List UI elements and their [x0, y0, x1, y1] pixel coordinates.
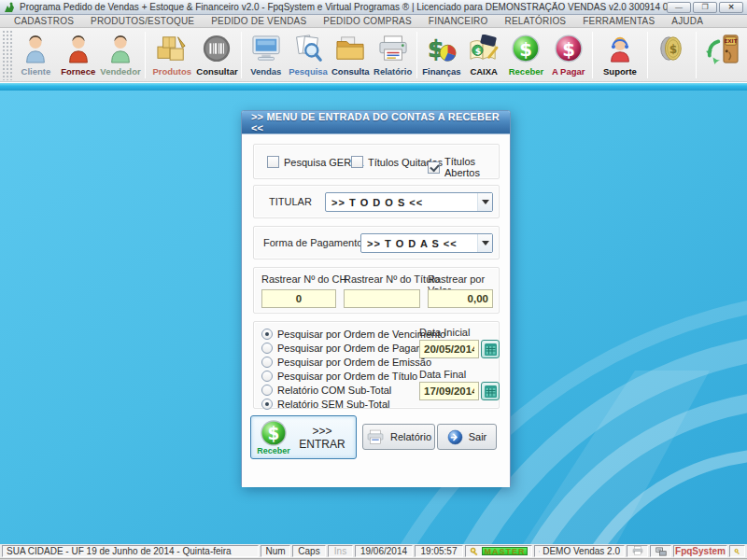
- client-person-icon: [21, 32, 49, 65]
- restore-button[interactable]: ❐: [693, 2, 717, 13]
- data-final-label: Data Final: [419, 369, 466, 380]
- data-final-input[interactable]: [419, 382, 479, 400]
- rastrear-ch-input[interactable]: [261, 289, 336, 308]
- folder-icon: [334, 32, 366, 65]
- toolbar-button-suporte[interactable]: Suporte: [596, 30, 643, 80]
- toolbar-button-pesquisa[interactable]: Pesquisa: [287, 30, 329, 80]
- radio-circle[interactable]: [261, 399, 273, 410]
- menu-pedido-de-vendas[interactable]: PEDIDO DE VENDAS: [203, 16, 315, 26]
- checkbox-titulos-abertos[interactable]: Títulos Abertos: [428, 156, 499, 178]
- search-documents-icon: [293, 32, 323, 65]
- svg-text:$: $: [475, 45, 482, 55]
- dropdown-arrow-zone[interactable]: [477, 193, 492, 211]
- rastrear-ch-label: Rastrear Nº do CH: [261, 273, 346, 285]
- menu-pedido-compras[interactable]: PEDIDO COMPRAS: [315, 16, 419, 26]
- entrar-button-label: >>> ENTRAR: [292, 425, 352, 451]
- toolbar-button-vendas[interactable]: Vendas: [245, 30, 287, 80]
- radio-ordem-emissao[interactable]: Pesquisar por Ordem de Emissão: [261, 357, 431, 368]
- receber-orb-label: Receber: [257, 446, 290, 455]
- menu-ferramentas[interactable]: FERRAMENTAS: [574, 16, 663, 26]
- radio-circle[interactable]: [261, 385, 273, 396]
- toolbar-gripper[interactable]: [2, 30, 13, 80]
- checkbox-pesquisa-geral[interactable]: Pesquisa GERAL: [267, 156, 364, 168]
- toolbar-button-produtos[interactable]: Produtos: [148, 30, 196, 80]
- forma-pagamento-dropdown[interactable]: >> T O D A S <<: [360, 233, 493, 253]
- exit-arrow-icon: [447, 429, 463, 445]
- toolbar-separator: [647, 32, 648, 78]
- menu-financeiro[interactable]: FINANCEIRO: [420, 16, 497, 26]
- toolbar-button-receber[interactable]: $ Receber: [505, 30, 547, 80]
- barcode-icon: [202, 32, 232, 65]
- window-title: Programa Pedido de Vendas + Estoque & Fi…: [20, 2, 667, 12]
- toolbar-button-relatorio[interactable]: Relatório: [372, 30, 414, 80]
- pay-money-icon: $: [554, 32, 584, 65]
- status-printer-button[interactable]: [627, 545, 648, 557]
- dialog-titlebar[interactable]: >> MENU DE ENTRADA DO CONTAS A RECEBER <…: [242, 111, 510, 133]
- status-num-lock: Num: [261, 545, 290, 557]
- radio-relatorio-sem-subtotal[interactable]: Relatório SEM Sub-Total: [261, 399, 389, 410]
- titular-dropdown[interactable]: >> T O D O S <<: [325, 192, 493, 212]
- status-caps-lock: Caps: [292, 545, 326, 557]
- radio-circle[interactable]: [261, 357, 273, 368]
- support-agent-icon: [605, 32, 635, 65]
- menu-bar: CADASTROS PRODUTOS/ESTOQUE PEDIDO DE VEN…: [0, 15, 747, 28]
- seller-person-icon: [106, 32, 134, 65]
- calendar-icon: [485, 343, 497, 356]
- application-window: { "window": { "title": "Programa Pedido …: [0, 0, 747, 560]
- sair-button-label: Sair: [469, 431, 487, 442]
- status-network-button[interactable]: [650, 545, 671, 557]
- status-security-button[interactable]: [729, 545, 745, 557]
- checkbox-box[interactable]: [428, 161, 440, 174]
- chevron-down-icon: [482, 200, 489, 204]
- titular-value: >> T O D O S <<: [331, 197, 423, 208]
- status-time: 19:05:57: [415, 545, 463, 557]
- svg-text:EXIT: EXIT: [725, 38, 738, 44]
- menu-relatorios[interactable]: RELATÓRIOS: [497, 16, 575, 26]
- radio-circle[interactable]: [261, 343, 273, 354]
- toolbar-button-coin[interactable]: $: [651, 30, 693, 80]
- menu-cadastros[interactable]: CADASTROS: [6, 16, 82, 26]
- data-final-calendar-button[interactable]: [481, 382, 500, 400]
- svg-text:$: $: [520, 38, 533, 60]
- minimize-button[interactable]: —: [667, 2, 691, 13]
- rastrear-valor-input[interactable]: [428, 289, 493, 308]
- radio-circle[interactable]: [261, 329, 273, 340]
- entrar-button[interactable]: $ Receber >>> ENTRAR: [250, 415, 357, 459]
- toolbar-button-a-pagar[interactable]: $ A Pagar: [547, 30, 589, 80]
- rastrear-titulo-input[interactable]: [344, 289, 420, 308]
- checkbox-box[interactable]: [351, 156, 363, 168]
- coin-icon: $: [655, 32, 687, 65]
- toolbar-button-fornece[interactable]: Fornece: [57, 30, 99, 80]
- toolbar-button-vendedor[interactable]: Vendedor: [99, 30, 141, 80]
- monitor-icon: [250, 32, 282, 65]
- relatorio-button[interactable]: Relatório: [362, 424, 435, 450]
- toolbar-button-consultar[interactable]: Consultar: [196, 30, 238, 80]
- sair-button[interactable]: Sair: [437, 424, 497, 450]
- toolbar-button-exit[interactable]: EXIT: [699, 30, 747, 80]
- svg-text:$: $: [268, 424, 280, 443]
- dialog-body: Pesquisa GERAL Títulos Quitados Títulos …: [242, 133, 510, 487]
- radio-relatorio-com-subtotal[interactable]: Relatório COM Sub-Total: [261, 385, 391, 396]
- checkbox-box[interactable]: [267, 156, 279, 168]
- svg-text:$: $: [562, 38, 575, 60]
- finance-dollar-pie-icon: $: [426, 32, 458, 65]
- radio-ordem-titulo[interactable]: Pesquisar por Ordem de Título: [261, 371, 417, 382]
- radio-ordem-pagamento[interactable]: Pesquisar por Ordem de Pagamento: [261, 343, 444, 354]
- radio-ordem-vencimento[interactable]: Pesquisar por Ordem de Vencimento: [261, 329, 445, 340]
- toolbar-button-financas[interactable]: $ Finanças: [420, 30, 462, 80]
- status-app-name: DEMO Vendas 2.0: [534, 545, 625, 557]
- toolbar-button-caixa[interactable]: $ CAIXA: [463, 30, 505, 80]
- menu-produtos-estoque[interactable]: PRODUTOS/ESTOQUE: [82, 16, 203, 26]
- desktop-background: >> MENU DE ENTRADA DO CONTAS A RECEBER <…: [0, 91, 747, 544]
- toolbar-button-cliente[interactable]: Cliente: [15, 30, 57, 80]
- data-inicial-input[interactable]: [419, 340, 479, 358]
- toolbar-separator: [145, 32, 146, 78]
- data-inicial-calendar-button[interactable]: [481, 340, 500, 358]
- toolbar-button-consulta[interactable]: Consulta: [330, 30, 372, 80]
- data-inicial-label: Data Inicial: [419, 327, 470, 338]
- dropdown-arrow-zone[interactable]: [477, 234, 492, 252]
- close-button[interactable]: ✕: [719, 2, 743, 13]
- menu-ajuda[interactable]: AJUDA: [663, 16, 712, 26]
- supplier-person-icon: [64, 32, 92, 65]
- radio-circle[interactable]: [261, 371, 273, 382]
